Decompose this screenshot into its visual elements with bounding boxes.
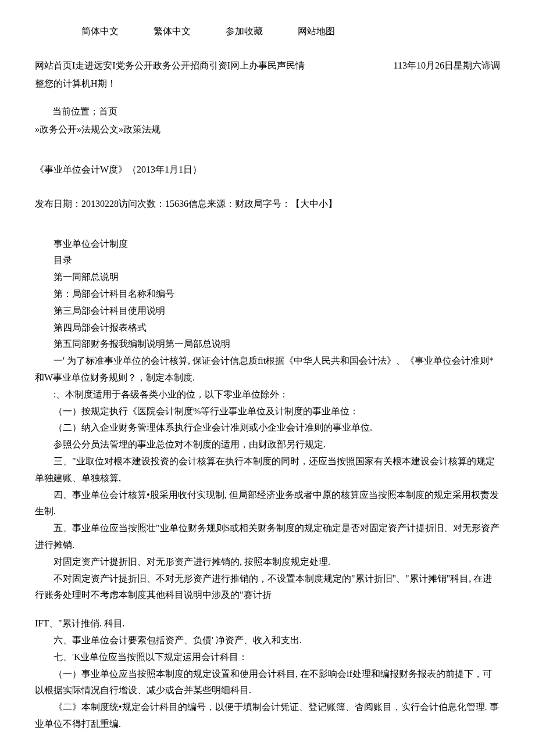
content-line: （二）纳入企业财务管理体系执行企业会计准则或小企业会计准则的事业单位. [35, 420, 500, 436]
content-line: 事业单位会计制度 [35, 236, 500, 253]
content-line: 六、事业单位会计要索包括资产、负债' 净资产、收入和支出. [35, 632, 500, 649]
adjust-clock-text: 整您的计算机H期！ [35, 76, 500, 92]
content-line: 一' 为了标准事业单位的会计核算, 保证会计信息质fit根据《中华人民共和国会计… [35, 353, 500, 386]
main-nav-links[interactable]: 网站首页I走进远安I党务公开政务公开招商引资I网上办事民声民情 [35, 58, 394, 74]
article-meta: 发布日期：20130228访问次数：15636信息来源：财政局字号：【大中小】 [35, 196, 500, 213]
content-line: 参照公分员法管埋的事业总位对本制度的适用，由财政部另行规定. [35, 436, 500, 453]
content-line: 七、'K业单位应当按照以下规定运用会计科目： [35, 649, 500, 666]
breadcrumb[interactable]: »政务公开»法规公文»政策法规 [35, 121, 500, 138]
nav-traditional[interactable]: 繁体中文 [154, 23, 191, 40]
main-nav-row: 网站首页I走进远安I党务公开政务公开招商引资I网上办事民声民情 113年10月2… [35, 58, 500, 74]
top-navigation: 简体中文 繁体中文 参加收藏 网站地图 [35, 23, 500, 40]
content-line: :、本制度适用于各级各类小业的位，以下零业单位除外： [35, 386, 500, 403]
content-line: 目录 [35, 252, 500, 269]
content-line: 对固定资产计提折旧、对无形资产进行摊销的, 按照本制度规定处理. [35, 554, 500, 571]
content-line: 第：局部会计科目名称和编号 [35, 286, 500, 303]
content-line: 第三局部会计科目使用说明 [35, 303, 500, 320]
content-line: （一）事业单位应当按照本制度的规定设置和使用会计科目, 在不影响会if处理和编报… [35, 666, 500, 700]
nav-simplified[interactable]: 简体中文 [81, 23, 119, 40]
content-line: 第五同部财务报我编制说明第一局部总说明 [35, 336, 500, 353]
content-line: 五、事业单位应当按照壮"业单位财务规则S或相关财务制度的规定确定是否对固定资产计… [35, 520, 500, 554]
article-content: 事业单位会计制度 目录 第一同部总说明 第：局部会计科目名称和编号 第三局部会计… [35, 236, 500, 733]
content-line: 不对固定资产计提折旧、不对无形资产进行推销的，不设置本制度规定的"累计折旧"、"… [35, 571, 500, 604]
content-line: IFT、"累计推俏. 科目. [35, 615, 500, 632]
content-line: 四、事业单位会计核算•股采用收付实现制, 但局部经济业务或者中原的核算应当按照本… [35, 487, 500, 521]
content-line: 第四局部会计报表格式 [35, 320, 500, 336]
article-title: 《事业单位会计W度》（2013年1月1日） [35, 162, 500, 178]
nav-favorite[interactable]: 参加收藏 [226, 23, 263, 40]
content-line: 第一同部总说明 [35, 269, 500, 286]
content-line: 《二》本制度统•规定会计科目的编号，以便于填制会计凭证、登记账簿、杳阅账目，实行… [35, 699, 500, 733]
date-display: 113年10月26日星期六谛调 [394, 58, 500, 74]
current-location-label: 当前位置；首页 [35, 103, 500, 120]
nav-sitemap[interactable]: 网站地图 [298, 23, 335, 40]
content-line: （一）按规定执行《医院会计制度%等行业事业单位及计制度的事业单位： [35, 403, 500, 420]
content-line: 三、"业取位对根本建设投资的会计核算在执行本制度的同时，还应当按照国家有关根本建… [35, 453, 500, 487]
